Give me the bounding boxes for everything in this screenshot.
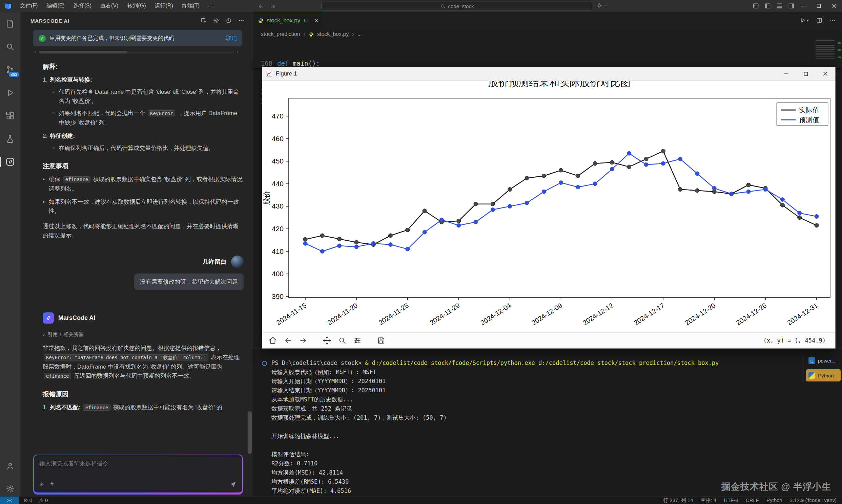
new-chat-icon[interactable] [201, 18, 207, 24]
breadcrumb-file[interactable]: stock_box.py [317, 31, 349, 37]
svg-text:2024-12-17: 2024-12-17 [633, 302, 666, 327]
references-toggle[interactable]: 引用 1 相关资源 [43, 330, 244, 339]
status-item[interactable]: ⚠ 0 [39, 497, 48, 503]
menu-item[interactable]: 查看(V) [96, 0, 123, 12]
figure-minimize-button[interactable] [776, 67, 796, 80]
status-item[interactable]: UTF-8 [724, 497, 738, 504]
python-file-icon [309, 32, 314, 37]
notes-heading: 注意事项 [43, 161, 244, 170]
search-sidebar-icon[interactable] [4, 41, 16, 52]
skill-trigger-icon[interactable] [39, 481, 44, 488]
svg-text:420: 420 [272, 225, 283, 233]
figure-maximize-button[interactable] [796, 67, 815, 80]
status-item[interactable]: ⊗ 0 [24, 497, 32, 503]
svg-text:2024-12-31: 2024-12-31 [786, 302, 819, 327]
chevron-down-icon[interactable] [604, 3, 608, 7]
scroll-right-icon[interactable] [237, 50, 238, 54]
save-icon[interactable] [376, 336, 386, 346]
status-item[interactable]: 行 237, 列 14 [663, 497, 693, 504]
history-icon[interactable] [226, 18, 232, 24]
terminal-panel[interactable]: PS D:\codelist\code_stock> & d:/codelist… [253, 349, 842, 500]
subplot-config-icon[interactable] [353, 336, 363, 346]
settings-gear-icon[interactable] [4, 483, 16, 494]
back-icon[interactable] [283, 336, 293, 346]
window-close-button[interactable] [826, 0, 842, 12]
source-control-icon[interactable]: 863 [4, 64, 16, 75]
panel-settings-icon[interactable] [213, 18, 219, 24]
terminal-line: 均方误差(MSE): 42.8114 [271, 468, 804, 477]
notice-scrollbar[interactable] [35, 50, 238, 54]
context-trigger-icon[interactable] [50, 481, 53, 488]
figure-canvas[interactable]: 股价预测结果和实际股价对比图股价390400410420430440450460… [262, 81, 835, 332]
status-item[interactable]: 3.12.9 ('fcode': venv) [790, 497, 837, 504]
terminal-tab-python[interactable]: Python [806, 369, 841, 381]
list-item: 2.特征创建: [43, 131, 244, 141]
extensions-icon[interactable] [4, 110, 16, 122]
prediction-chart[interactable]: 股价预测结果和实际股价对比图股价390400410420430440450460… [262, 81, 835, 332]
remote-indicator-icon[interactable] [0, 497, 19, 504]
tab-close-icon[interactable]: × [315, 17, 318, 24]
status-item[interactable]: CRLF [746, 497, 759, 504]
tab-stock-box[interactable]: stock_box.py U × [253, 12, 324, 29]
list-subitem: 如果列名不匹配，代码会抛出一个 KeyError ，提示用户 DataFrame… [43, 109, 244, 127]
matplotlib-figure-window[interactable]: Figure 1 股价预测结果和实际股价对比图股价390400410420430… [262, 67, 836, 349]
svg-text:400: 400 [272, 270, 283, 277]
menu-item[interactable]: 转到(G) [123, 0, 150, 12]
user-message-bubble: 没有需要修改的呀，希望你去解决问题 [134, 273, 244, 290]
breadcrumb-folder[interactable]: stock_prediction [261, 31, 300, 37]
figure-title-bar[interactable]: Figure 1 [262, 67, 835, 81]
history-forward-icon[interactable] [270, 3, 276, 9]
user-avatar[interactable] [231, 255, 244, 268]
cancel-button[interactable]: 取消 [226, 35, 237, 42]
assistant-paragraph: 非常抱歉，我之前的回答没有解决您的问题。根据您提供的报错信息，KeyError:… [43, 344, 244, 381]
toggle-panel-icon[interactable] [776, 3, 783, 9]
menu-item[interactable]: 编辑(E) [42, 0, 69, 12]
figure-close-button[interactable] [815, 67, 835, 80]
account-icon[interactable] [4, 460, 16, 471]
explorer-icon[interactable] [4, 18, 16, 30]
run-debug-icon[interactable] [4, 87, 16, 98]
split-editor-icon[interactable] [816, 17, 822, 23]
command-decoration-icon[interactable] [262, 361, 267, 366]
editor-more-icon[interactable]: ⋯ [830, 17, 835, 24]
marscode-ai-icon[interactable] [4, 156, 16, 167]
scrollbar-thumb[interactable] [39, 51, 127, 53]
chat-input[interactable]: 输入消息或者"/"来选择指令 [34, 455, 242, 492]
forward-icon[interactable] [298, 336, 308, 346]
task-complete-notice: ✓ 应用变更的任务已完成，但未识别到需要变更的代码 取消 [33, 30, 242, 47]
chat-input-placeholder: 输入消息或者"/"来选择指令 [39, 460, 237, 467]
menu-item[interactable]: 文件(F) [16, 0, 42, 12]
menu-item[interactable]: 运行(R) [151, 0, 177, 12]
app-logo-icon [4, 2, 12, 10]
menu-item[interactable]: 终端(T) [177, 0, 204, 12]
toggle-sidebar-icon[interactable] [764, 3, 771, 9]
zoom-icon[interactable] [337, 336, 347, 346]
run-python-file-icon[interactable]: ▾ [800, 17, 809, 23]
sidebar-scrollbar[interactable] [248, 411, 252, 454]
test-flask-icon[interactable] [4, 133, 16, 145]
launch-settings-icon[interactable] [597, 3, 602, 8]
user-name: 几许留白 [202, 257, 227, 266]
status-item[interactable]: Python [767, 497, 783, 504]
window-minimize-button[interactable] [795, 0, 811, 12]
command-center-search[interactable]: code_stock [321, 2, 593, 11]
customize-layout-icon[interactable] [753, 3, 759, 9]
breadcrumb-symbol[interactable]: ... [358, 31, 362, 37]
marscode-logo-icon [43, 312, 54, 324]
breadcrumb[interactable]: stock_prediction stock_box.py ... [253, 29, 842, 40]
send-icon[interactable] [229, 481, 237, 488]
terminal-tab-powershell[interactable]: powershell [806, 354, 841, 366]
home-icon[interactable] [268, 336, 278, 346]
menu-item[interactable]: 选择(S) [69, 0, 96, 12]
window-maximize-button[interactable] [811, 0, 826, 12]
history-back-icon[interactable] [258, 3, 264, 9]
pan-icon[interactable] [322, 336, 332, 346]
user-message-header: 几许留白 [43, 255, 244, 268]
svg-text:2024-12-26: 2024-12-26 [735, 302, 768, 327]
more-actions-icon[interactable] [238, 18, 244, 24]
status-item[interactable]: 空格: 4 [701, 497, 717, 504]
scroll-left-icon[interactable] [35, 50, 36, 54]
menu-overflow-icon[interactable]: ⋯ [204, 3, 216, 9]
toggle-secondary-sidebar-icon[interactable] [788, 3, 794, 9]
svg-text:实际值: 实际值 [799, 106, 819, 114]
